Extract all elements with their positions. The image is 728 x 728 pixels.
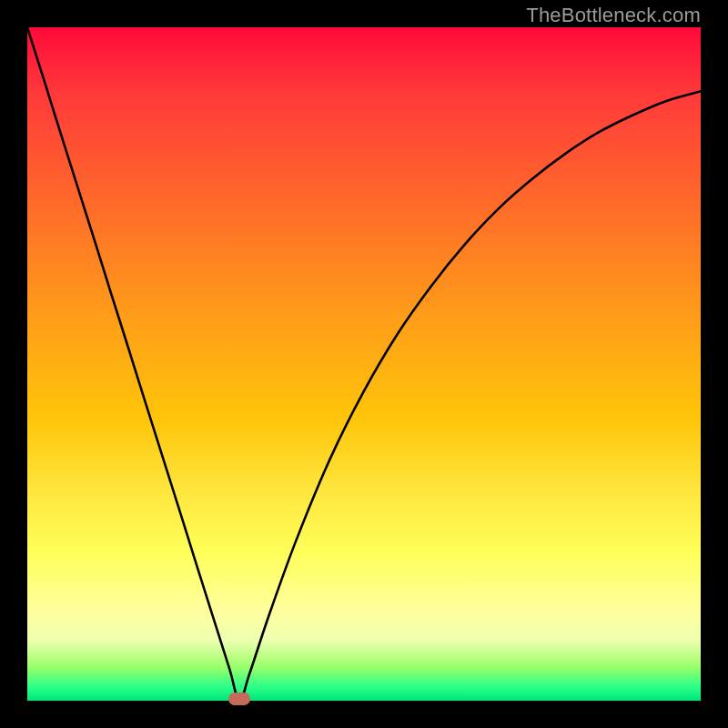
curve-svg xyxy=(27,27,701,701)
watermark-text: TheBottleneck.com xyxy=(526,4,701,27)
chart-frame: TheBottleneck.com xyxy=(0,0,728,728)
curve-path xyxy=(27,27,701,701)
minimum-marker xyxy=(228,693,250,705)
